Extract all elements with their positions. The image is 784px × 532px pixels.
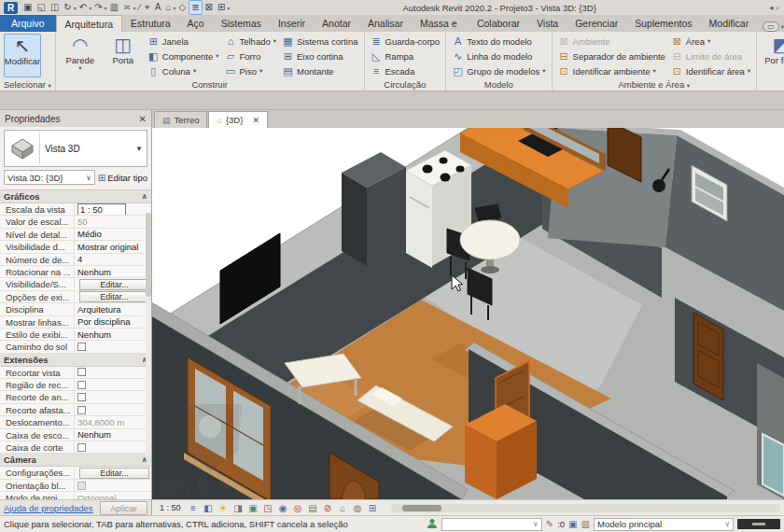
sync-icon[interactable]: ↻ [62, 1, 73, 14]
chevron-down-icon[interactable]: ▾ [74, 5, 77, 11]
recorte-afastado-checkbox[interactable] [77, 406, 86, 414]
tab-anotar[interactable]: Anotar [314, 15, 359, 32]
model-wall-east[interactable] [757, 363, 784, 499]
caixa-de-corte-checkbox[interactable] [77, 443, 86, 452]
application-window-icon[interactable]: ▣ [21, 1, 34, 14]
tab-colaborar[interactable]: Colaborar [469, 15, 528, 32]
properties-scrollbar[interactable] [146, 213, 151, 455]
editar-opcoes-button[interactable]: Editar... [79, 291, 149, 302]
tab-arquitetura[interactable]: Arquitetura [56, 15, 122, 32]
tab-analisar[interactable]: Analisar [359, 15, 412, 32]
displacement-icon[interactable]: ⌂ [337, 502, 349, 514]
grupo-de-modelos-button[interactable]: ◰Grupo de modelos▾ [450, 63, 547, 78]
tab-aco[interactable]: Aço [179, 15, 213, 32]
instance-selector[interactable]: Vista 3D: {3D} ∨ [4, 170, 95, 185]
chevron-down-icon[interactable]: ▾ [173, 5, 175, 11]
tab-inserir[interactable]: Inserir [270, 15, 314, 32]
telhado-button[interactable]: ⌂Telhado▾ [222, 34, 278, 49]
type-selector[interactable]: Vista 3D ▼ [4, 130, 147, 167]
crop-view-icon[interactable]: ◳ [262, 502, 274, 514]
redo-icon[interactable]: ↷ [92, 1, 104, 14]
view-tab-terreo[interactable]: ▤ Terreo [154, 111, 207, 128]
tab-vista[interactable]: Vista [528, 15, 567, 32]
worksharing-display-icon[interactable]: ⊞ [367, 502, 379, 514]
text-icon[interactable]: A [153, 1, 163, 14]
recorte-anotacao-checkbox[interactable] [77, 393, 86, 401]
shadows-icon[interactable]: ◨ [232, 502, 245, 514]
guarda-corpo-button[interactable]: ≣Guarda-corpo [369, 34, 442, 49]
piso-button[interactable]: ▭Piso▾ [222, 63, 278, 78]
caminho-do-sol-checkbox[interactable] [77, 343, 86, 351]
chevron-down-icon[interactable]: ▾ [89, 5, 91, 11]
reveal-constraints-icon[interactable]: ◍ [352, 502, 364, 514]
chevron-down-icon[interactable]: ▾ [105, 5, 107, 11]
tab-massa-e-terreno[interactable]: Massa e terreno [412, 15, 469, 32]
ajuda-de-propriedades-link[interactable]: Ajuda de propriedades [4, 503, 93, 513]
recortar-vista-checkbox[interactable] [77, 368, 86, 376]
thin-lines-icon[interactable]: ≣ [189, 0, 202, 15]
identificar-area-button[interactable]: ⊡Identificar área▾ [669, 63, 752, 78]
editar-visibilidade-button[interactable]: Editar... [79, 279, 149, 290]
section-icon[interactable]: ◇ [176, 1, 188, 14]
print-icon[interactable]: ▥ [108, 1, 120, 14]
scale-button[interactable]: 1 : 50 [156, 502, 185, 513]
mostrar-linhas-value[interactable]: Por disciplina [75, 316, 151, 328]
main-model-combo[interactable]: Modelo principal ∨ [594, 518, 734, 531]
filter-icon[interactable]: ▣ [568, 519, 577, 529]
chevron-down-icon[interactable]: ▾ [133, 5, 135, 11]
horizontal-scrollbar[interactable] [391, 504, 780, 512]
eixo-cortina-button[interactable]: ⊞Eixo cortina [280, 49, 359, 63]
properties-header[interactable]: Propriedades ✕ [0, 110, 151, 127]
visibilidade-value[interactable]: Mostrar original [75, 241, 151, 252]
identificar-ambiente-button[interactable]: ⊡Identificar ambiente▾ [556, 63, 667, 78]
componente-button[interactable]: ◧Componente▾ [146, 49, 221, 63]
chevron-down-icon[interactable]: ▼ [135, 145, 147, 153]
forro-button[interactable]: ▱Forro [222, 49, 278, 63]
show-crop-region-icon[interactable]: ◉ [277, 502, 289, 514]
disciplina-value[interactable]: Arquitetura [75, 303, 151, 315]
tab-estrutura[interactable]: Estrutura [122, 15, 179, 32]
collapse-icon[interactable]: ∧ [142, 192, 148, 201]
separador-de-ambiente-button[interactable]: ⊟Separador de ambiente [556, 49, 667, 63]
linha-do-modelo-button[interactable]: ∿Linha do modelo [450, 49, 547, 63]
montante-button[interactable]: ▤Montante [280, 63, 359, 78]
nivel-de-detalhe-value[interactable]: Médio [75, 229, 151, 240]
reveal-hidden-elements-icon[interactable]: ▤ [307, 502, 319, 514]
porta-button[interactable]: ◫ Porta [103, 34, 144, 65]
section-extensoes[interactable]: Extensões∧ [0, 354, 151, 367]
close-icon[interactable]: ✕ [139, 114, 147, 124]
select-links-icon[interactable]: ▥ [581, 519, 590, 529]
texto-do-modelo-button[interactable]: ATexto do modelo [450, 34, 547, 49]
worksets-icon[interactable] [427, 518, 438, 531]
parede-button[interactable]: ◠ Parede ▾ [60, 34, 101, 70]
scrollbar-thumb[interactable] [402, 505, 441, 511]
rotacionar-value[interactable]: Nenhum [75, 266, 151, 277]
hide-analytical-model-icon[interactable]: ⊘ [322, 502, 334, 514]
escala-da-vista-input[interactable]: 1 : 50 [77, 203, 126, 215]
modificar-button[interactable]: ↖ Modificar [4, 34, 41, 77]
close-hidden-windows-icon[interactable]: ⊠ [203, 1, 215, 14]
sistema-cortina-button[interactable]: ▦Sistema cortina [280, 34, 359, 49]
coluna-button[interactable]: ▯Coluna▾ [146, 63, 221, 78]
rampa-button[interactable]: ◺Rampa [369, 49, 442, 63]
revit-logo-icon[interactable]: R [4, 2, 18, 14]
view-tab-3d[interactable]: ⌂ {3D} ✕ [208, 111, 267, 128]
detail-level-icon[interactable]: ≡ [188, 502, 200, 514]
default-3d-view-icon[interactable]: ⌂ [163, 1, 173, 14]
panel-label-ambiente-area[interactable]: Ambiente e Área ▾ [553, 79, 756, 91]
estilo-value[interactable]: Nenhum [75, 329, 151, 340]
modify-options-menu[interactable]: ▭▾ [763, 21, 784, 32]
render-icon[interactable]: ▣ [247, 502, 259, 514]
temporary-hide-isolate-icon[interactable]: ◎ [292, 502, 304, 514]
caixa-escopo-value[interactable]: Nenhum [75, 429, 151, 441]
tab-suplementos[interactable]: Suplementos [626, 15, 700, 32]
janela-button[interactable]: ⊞Janela [146, 34, 221, 49]
section-camera[interactable]: Câmera∧ [0, 454, 151, 467]
regiao-recorte-checkbox[interactable] [77, 381, 86, 389]
editar-tipo-button[interactable]: ⊞ Editar tipo [98, 173, 147, 183]
tab-sistemas[interactable]: Sistemas [213, 15, 270, 32]
tab-gerenciar[interactable]: Gerenciar [567, 15, 626, 32]
aligned-dimension-icon[interactable]: ∕ [136, 1, 142, 14]
design-options-combo[interactable]: ∨ [441, 518, 542, 531]
collapse-icon[interactable]: ∧ [142, 455, 148, 464]
